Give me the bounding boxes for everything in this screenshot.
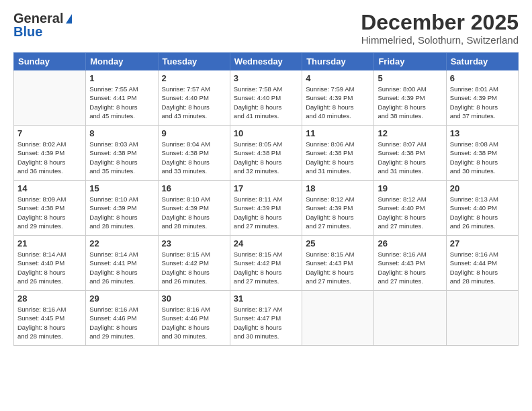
table-row bbox=[14, 71, 86, 126]
day-info: Sunrise: 8:10 AM Sunset: 4:39 PM Dayligh… bbox=[89, 195, 154, 230]
calendar-week-row: 1Sunrise: 7:55 AM Sunset: 4:41 PM Daylig… bbox=[14, 71, 519, 126]
table-row: 17Sunrise: 8:11 AM Sunset: 4:39 PM Dayli… bbox=[230, 181, 302, 236]
location: Himmelried, Solothurn, Switzerland bbox=[361, 34, 519, 46]
table-row: 19Sunrise: 8:12 AM Sunset: 4:40 PM Dayli… bbox=[374, 181, 446, 236]
calendar-table: Sunday Monday Tuesday Wednesday Thursday… bbox=[13, 52, 519, 346]
day-number: 1 bbox=[89, 73, 154, 83]
month-title: December 2025 bbox=[361, 11, 519, 34]
table-row: 12Sunrise: 8:07 AM Sunset: 4:38 PM Dayli… bbox=[374, 126, 446, 181]
table-row: 9Sunrise: 8:04 AM Sunset: 4:38 PM Daylig… bbox=[158, 126, 230, 181]
day-number: 27 bbox=[450, 238, 515, 248]
table-row: 30Sunrise: 8:16 AM Sunset: 4:46 PM Dayli… bbox=[158, 291, 230, 346]
table-row: 5Sunrise: 8:00 AM Sunset: 4:39 PM Daylig… bbox=[374, 71, 446, 126]
table-row: 27Sunrise: 8:16 AM Sunset: 4:44 PM Dayli… bbox=[446, 236, 518, 291]
table-row: 1Sunrise: 7:55 AM Sunset: 4:41 PM Daylig… bbox=[86, 71, 158, 126]
calendar-week-row: 28Sunrise: 8:16 AM Sunset: 4:45 PM Dayli… bbox=[14, 291, 519, 346]
table-row: 16Sunrise: 8:10 AM Sunset: 4:39 PM Dayli… bbox=[158, 181, 230, 236]
table-row bbox=[302, 291, 374, 346]
table-row: 6Sunrise: 8:01 AM Sunset: 4:39 PM Daylig… bbox=[446, 71, 518, 126]
table-row: 25Sunrise: 8:15 AM Sunset: 4:43 PM Dayli… bbox=[302, 236, 374, 291]
day-info: Sunrise: 8:12 AM Sunset: 4:40 PM Dayligh… bbox=[378, 195, 442, 230]
header-monday: Monday bbox=[86, 53, 158, 71]
day-number: 29 bbox=[89, 293, 154, 304]
day-number: 23 bbox=[162, 238, 226, 248]
day-info: Sunrise: 8:01 AM Sunset: 4:39 PM Dayligh… bbox=[450, 85, 515, 120]
day-info: Sunrise: 8:15 AM Sunset: 4:43 PM Dayligh… bbox=[306, 250, 370, 285]
table-row: 26Sunrise: 8:16 AM Sunset: 4:43 PM Dayli… bbox=[374, 236, 446, 291]
day-info: Sunrise: 8:10 AM Sunset: 4:39 PM Dayligh… bbox=[162, 195, 226, 230]
header-saturday: Saturday bbox=[446, 53, 518, 71]
day-number: 17 bbox=[234, 183, 298, 193]
day-number: 18 bbox=[306, 183, 370, 193]
title-block: December 2025 Himmelried, Solothurn, Swi… bbox=[361, 11, 519, 46]
calendar-header-row: Sunday Monday Tuesday Wednesday Thursday… bbox=[14, 53, 519, 71]
day-number: 9 bbox=[162, 128, 226, 138]
header-thursday: Thursday bbox=[302, 53, 374, 71]
day-number: 15 bbox=[89, 183, 154, 193]
day-number: 19 bbox=[378, 183, 442, 193]
day-info: Sunrise: 8:08 AM Sunset: 4:38 PM Dayligh… bbox=[450, 140, 515, 175]
day-number: 24 bbox=[234, 238, 298, 248]
calendar-week-row: 7Sunrise: 8:02 AM Sunset: 4:39 PM Daylig… bbox=[14, 126, 519, 181]
day-info: Sunrise: 8:02 AM Sunset: 4:39 PM Dayligh… bbox=[17, 140, 82, 175]
day-info: Sunrise: 8:16 AM Sunset: 4:45 PM Dayligh… bbox=[17, 305, 82, 340]
day-number: 30 bbox=[162, 293, 226, 304]
table-row: 14Sunrise: 8:09 AM Sunset: 4:38 PM Dayli… bbox=[14, 181, 86, 236]
day-info: Sunrise: 7:57 AM Sunset: 4:40 PM Dayligh… bbox=[162, 85, 226, 120]
day-info: Sunrise: 8:04 AM Sunset: 4:38 PM Dayligh… bbox=[162, 140, 226, 175]
day-number: 26 bbox=[378, 238, 442, 248]
day-info: Sunrise: 8:07 AM Sunset: 4:38 PM Dayligh… bbox=[378, 140, 442, 175]
day-number: 14 bbox=[17, 183, 82, 193]
calendar-week-row: 14Sunrise: 8:09 AM Sunset: 4:38 PM Dayli… bbox=[14, 181, 519, 236]
day-number: 10 bbox=[234, 128, 298, 138]
day-number: 12 bbox=[378, 128, 442, 138]
day-number: 31 bbox=[234, 293, 298, 304]
table-row: 3Sunrise: 7:58 AM Sunset: 4:40 PM Daylig… bbox=[230, 71, 302, 126]
table-row: 28Sunrise: 8:16 AM Sunset: 4:45 PM Dayli… bbox=[14, 291, 86, 346]
day-number: 6 bbox=[450, 73, 515, 83]
day-number: 20 bbox=[450, 183, 515, 193]
table-row bbox=[446, 291, 518, 346]
day-info: Sunrise: 8:15 AM Sunset: 4:42 PM Dayligh… bbox=[234, 250, 298, 285]
header-wednesday: Wednesday bbox=[230, 53, 302, 71]
day-number: 25 bbox=[306, 238, 370, 248]
logo-triangle-icon bbox=[66, 14, 72, 24]
table-row: 2Sunrise: 7:57 AM Sunset: 4:40 PM Daylig… bbox=[158, 71, 230, 126]
header-friday: Friday bbox=[374, 53, 446, 71]
table-row: 21Sunrise: 8:14 AM Sunset: 4:40 PM Dayli… bbox=[14, 236, 86, 291]
table-row: 23Sunrise: 8:15 AM Sunset: 4:42 PM Dayli… bbox=[158, 236, 230, 291]
table-row bbox=[374, 291, 446, 346]
day-info: Sunrise: 8:17 AM Sunset: 4:47 PM Dayligh… bbox=[234, 305, 298, 340]
day-info: Sunrise: 8:12 AM Sunset: 4:39 PM Dayligh… bbox=[306, 195, 370, 230]
day-info: Sunrise: 8:16 AM Sunset: 4:44 PM Dayligh… bbox=[450, 250, 515, 285]
table-row: 20Sunrise: 8:13 AM Sunset: 4:40 PM Dayli… bbox=[446, 181, 518, 236]
day-info: Sunrise: 7:58 AM Sunset: 4:40 PM Dayligh… bbox=[234, 85, 298, 120]
day-info: Sunrise: 8:11 AM Sunset: 4:39 PM Dayligh… bbox=[234, 195, 298, 230]
day-info: Sunrise: 7:59 AM Sunset: 4:39 PM Dayligh… bbox=[306, 85, 370, 120]
day-number: 13 bbox=[450, 128, 515, 138]
day-info: Sunrise: 8:15 AM Sunset: 4:42 PM Dayligh… bbox=[162, 250, 226, 285]
header: General Blue December 2025 Himmelried, S… bbox=[13, 11, 519, 46]
day-number: 21 bbox=[17, 238, 82, 248]
day-info: Sunrise: 8:06 AM Sunset: 4:38 PM Dayligh… bbox=[306, 140, 370, 175]
day-number: 2 bbox=[162, 73, 226, 83]
table-row: 8Sunrise: 8:03 AM Sunset: 4:38 PM Daylig… bbox=[86, 126, 158, 181]
day-number: 22 bbox=[89, 238, 154, 248]
day-number: 28 bbox=[17, 293, 82, 304]
day-number: 5 bbox=[378, 73, 442, 83]
calendar-week-row: 21Sunrise: 8:14 AM Sunset: 4:40 PM Dayli… bbox=[14, 236, 519, 291]
day-info: Sunrise: 7:55 AM Sunset: 4:41 PM Dayligh… bbox=[89, 85, 154, 120]
day-info: Sunrise: 8:09 AM Sunset: 4:38 PM Dayligh… bbox=[17, 195, 82, 230]
day-info: Sunrise: 8:00 AM Sunset: 4:39 PM Dayligh… bbox=[378, 85, 442, 120]
table-row: 10Sunrise: 8:05 AM Sunset: 4:38 PM Dayli… bbox=[230, 126, 302, 181]
header-tuesday: Tuesday bbox=[158, 53, 230, 71]
day-info: Sunrise: 8:14 AM Sunset: 4:41 PM Dayligh… bbox=[89, 250, 154, 285]
day-number: 11 bbox=[306, 128, 370, 138]
logo: General Blue bbox=[13, 11, 72, 40]
day-info: Sunrise: 8:16 AM Sunset: 4:46 PM Dayligh… bbox=[162, 305, 226, 340]
table-row: 4Sunrise: 7:59 AM Sunset: 4:39 PM Daylig… bbox=[302, 71, 374, 126]
day-info: Sunrise: 8:05 AM Sunset: 4:38 PM Dayligh… bbox=[234, 140, 298, 175]
day-info: Sunrise: 8:14 AM Sunset: 4:40 PM Dayligh… bbox=[17, 250, 82, 285]
day-info: Sunrise: 8:16 AM Sunset: 4:46 PM Dayligh… bbox=[89, 305, 154, 340]
day-number: 3 bbox=[234, 73, 298, 83]
